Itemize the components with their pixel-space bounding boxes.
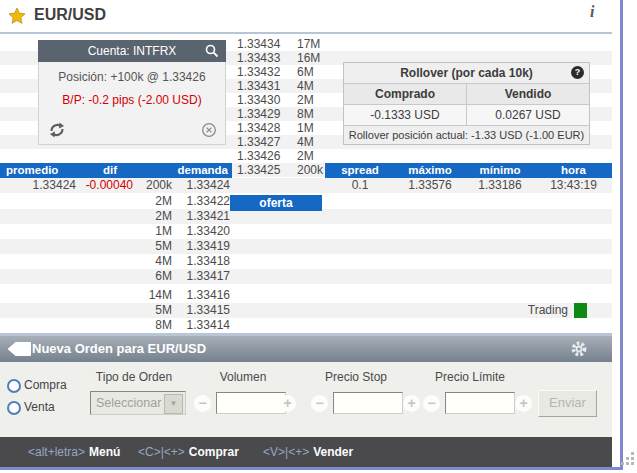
hora-header: hora — [535, 163, 612, 178]
promedio-value: 1.33424 — [12, 178, 76, 193]
order-tag-icon — [8, 342, 32, 356]
position-text: Posición: +100k @ 1.33426 — [39, 62, 225, 84]
submit-button[interactable]: Enviar — [538, 390, 597, 417]
vendido-value: 0.0267 USD — [467, 105, 589, 125]
spread-value: 0.1 — [325, 178, 395, 193]
shortcut-buy: <C>|<+>Comprar — [138, 437, 239, 467]
help-icon[interactable]: ? — [571, 66, 584, 79]
info-icon[interactable]: i — [590, 3, 594, 21]
bid-size: 1M — [116, 224, 172, 239]
bid-row[interactable]: 14M1.33416 — [0, 288, 612, 303]
shortcut-menu: <alt+letra>Menú — [28, 437, 120, 467]
order-type-value: Seleccionar — [96, 392, 161, 414]
rollover-title: Rollover (por cada 10k) — [400, 66, 533, 80]
ask-price: 1.33425 — [237, 163, 280, 177]
bid-row[interactable]: 6M1.33417 — [0, 269, 612, 284]
bid-size: 8M — [116, 318, 172, 333]
window-bottom-border — [0, 467, 623, 470]
rollover-column-headers: Comprado Vendido — [344, 84, 589, 105]
trading-status-indicator — [574, 303, 587, 318]
account-header-label: Cuenta: INTFRX — [88, 44, 177, 58]
ask-size: 2M — [297, 149, 314, 163]
buy-radio-label[interactable]: Compra — [24, 378, 67, 392]
ask-price: 1.33431 — [237, 79, 280, 93]
rollover-note: Rollover posición actual: -1.33 USD (-1.… — [344, 126, 589, 144]
shortcut-keys: <C>|<+> — [138, 445, 185, 459]
bid-row[interactable]: 4M1.33418 — [0, 254, 612, 269]
account-panel: Cuenta: INTFRX Posición: +100k @ 1.33426… — [38, 40, 226, 145]
ask-price: 1.33434 — [237, 37, 280, 51]
bid-table-header: promedio dif demanda — [0, 163, 232, 178]
close-icon[interactable] — [201, 122, 217, 138]
order-type-select[interactable]: Seleccionar ▼ — [90, 391, 186, 415]
account-header: Cuenta: INTFRX — [38, 40, 226, 62]
bid-size: 5M — [116, 239, 172, 254]
ask-size: 8M — [297, 107, 314, 121]
new-order-title: Nueva Orden para EUR/USD — [32, 336, 206, 362]
bid-row[interactable]: 5M1.33419 — [0, 239, 612, 254]
ask-size: 17M — [297, 37, 320, 51]
shortcut-label: Comprar — [189, 445, 239, 459]
limit-increment-button[interactable]: + — [515, 395, 532, 412]
bid-price: 1.33414 — [176, 318, 230, 333]
bid-price: 1.33424 — [176, 178, 230, 193]
bid-price: 1.33416 — [176, 288, 230, 303]
hora-value: 13:43:19 — [535, 178, 612, 193]
stop-increment-button[interactable]: + — [403, 395, 420, 412]
bid-size: 2M — [116, 194, 172, 209]
rollover-title-row: Rollover (por cada 10k) ? — [344, 63, 589, 84]
ask-size: 16M — [297, 51, 320, 65]
bid-price: 1.33421 — [176, 209, 230, 224]
bid-price: 1.33418 — [176, 254, 230, 269]
chevron-down-icon[interactable]: ▼ — [164, 394, 183, 414]
gear-icon[interactable] — [570, 340, 588, 358]
stop-price-input[interactable] — [333, 392, 403, 414]
bid-price: 1.33415 — [176, 303, 230, 318]
ask-price: 1.33427 — [237, 135, 280, 149]
bid-price: 1.33417 — [176, 269, 230, 284]
ask-size: 4M — [297, 135, 314, 149]
limit-decrement-button[interactable]: − — [423, 395, 440, 412]
window-right-border — [620, 0, 623, 470]
ask-price: 1.33433 — [237, 51, 280, 65]
favorite-star-icon[interactable] — [8, 7, 26, 25]
bid-row[interactable]: 8M1.33414 — [0, 318, 612, 333]
stop-decrement-button[interactable]: − — [311, 395, 328, 412]
volume-decrement-button[interactable]: − — [194, 395, 211, 412]
comprado-header: Comprado — [344, 84, 467, 104]
ask-size: 6M — [297, 65, 314, 79]
oferta-header: oferta — [230, 195, 322, 211]
rollover-panel: Rollover (por cada 10k) ? Comprado Vendi… — [343, 62, 590, 145]
promedio-header: promedio — [6, 163, 58, 178]
pl-text: B/P: -0.2 pips (-2.00 USD) — [39, 84, 225, 107]
pair-title: EUR/USD — [34, 6, 106, 24]
ask-row[interactable]: 1.334262M — [0, 149, 612, 163]
title-divider — [0, 32, 612, 34]
sell-radio-label[interactable]: Venta — [24, 400, 55, 414]
bid-size: 14M — [116, 288, 172, 303]
bid-price: 1.33420 — [176, 224, 230, 239]
refresh-icon[interactable] — [48, 121, 66, 139]
volume-label: Volumen — [197, 370, 289, 384]
sell-radio[interactable] — [7, 401, 21, 415]
buy-radio[interactable] — [7, 379, 21, 393]
search-icon[interactable] — [205, 44, 219, 58]
bid-size: 200k — [116, 178, 172, 193]
bid-price: 1.33422 — [176, 194, 230, 209]
volume-input[interactable] — [216, 392, 286, 414]
shortcut-label: Vender — [313, 445, 353, 459]
vendido-header: Vendido — [467, 84, 589, 104]
maximo-value: 1.33576 — [395, 178, 465, 193]
shortcut-bar: <alt+letra>Menú <C>|<+>Comprar <V>|<+>Ve… — [0, 437, 612, 467]
ask-price: 1.33432 — [237, 65, 280, 79]
comprado-value: -0.1333 USD — [344, 105, 467, 125]
spread-table-header: spread máximo mínimo hora — [325, 163, 612, 178]
demanda-header: demanda — [146, 163, 228, 178]
limit-price-input[interactable] — [445, 392, 515, 414]
volume-increment-button[interactable]: + — [279, 395, 296, 412]
minimo-header: mínimo — [465, 163, 535, 178]
bid-size: 4M — [116, 254, 172, 269]
trading-status-label: Trading — [480, 303, 568, 317]
bid-row[interactable]: 1M1.33420 — [0, 224, 612, 239]
bid-row[interactable]: 2M1.33421 — [0, 209, 612, 224]
